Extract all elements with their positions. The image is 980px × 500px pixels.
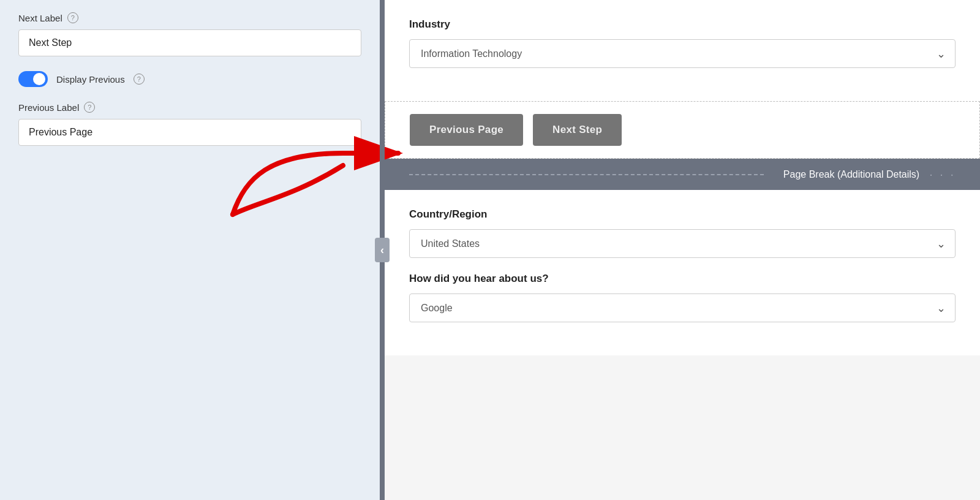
hear-about-us-select[interactable]: Google Social Media Friend Advertisement bbox=[409, 294, 956, 322]
collapse-button[interactable] bbox=[375, 238, 390, 262]
next-label-heading: Next Label ? bbox=[18, 12, 361, 23]
next-label-text: Next Label bbox=[18, 13, 62, 23]
next-label-group: Next Label ? bbox=[18, 12, 361, 56]
country-select[interactable]: United States Canada United Kingdom Aust… bbox=[409, 229, 956, 258]
display-previous-toggle[interactable] bbox=[18, 71, 48, 87]
industry-select-wrapper: Information Technology Finance Healthcar… bbox=[409, 39, 956, 68]
previous-label-group: Previous Label ? bbox=[18, 102, 361, 146]
industry-label: Industry bbox=[409, 18, 956, 31]
country-region-label: Country/Region bbox=[409, 208, 956, 221]
toggle-slider bbox=[18, 71, 48, 87]
industry-select[interactable]: Information Technology Finance Healthcar… bbox=[409, 39, 956, 68]
page-break-dots: · · · bbox=[929, 167, 956, 181]
hear-about-us-label: How did you hear about us? bbox=[409, 273, 956, 285]
right-panel: Industry Information Technology Finance … bbox=[385, 0, 980, 500]
additional-details-section: Country/Region United States Canada Unit… bbox=[385, 190, 980, 355]
next-label-help-icon[interactable]: ? bbox=[67, 12, 78, 23]
display-previous-help-icon[interactable]: ? bbox=[134, 74, 145, 85]
previous-page-button[interactable]: Previous Page bbox=[410, 114, 523, 146]
hear-about-us-select-wrapper: Google Social Media Friend Advertisement… bbox=[409, 294, 956, 322]
previous-label-input[interactable] bbox=[18, 119, 361, 146]
left-panel: Next Label ? Display Previous ? Previous… bbox=[0, 0, 380, 500]
country-select-wrapper: United States Canada United Kingdom Aust… bbox=[409, 229, 956, 258]
previous-label-help-icon[interactable]: ? bbox=[84, 102, 95, 113]
previous-label-text: Previous Label bbox=[18, 102, 79, 113]
page-break-label: Page Break (Additional Details) bbox=[783, 169, 919, 180]
panel-divider bbox=[380, 0, 385, 500]
display-previous-label: Display Previous bbox=[56, 74, 125, 85]
previous-label-heading: Previous Label ? bbox=[18, 102, 361, 113]
nav-buttons-container: Previous Page Next Step bbox=[410, 114, 955, 146]
next-step-button[interactable]: Next Step bbox=[533, 114, 622, 146]
page-break-line bbox=[409, 174, 764, 175]
page-break-bar: Page Break (Additional Details) · · · bbox=[385, 159, 980, 190]
industry-section: Industry Information Technology Finance … bbox=[385, 0, 980, 101]
display-previous-row: Display Previous ? bbox=[18, 71, 361, 87]
next-label-input[interactable] bbox=[18, 29, 361, 56]
nav-buttons-area: Previous Page Next Step bbox=[385, 101, 980, 159]
